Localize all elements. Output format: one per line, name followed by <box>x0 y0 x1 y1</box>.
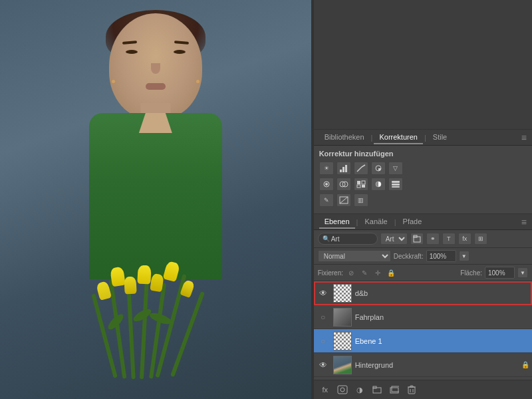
layer-item-hintergrund[interactable]: 👁 Hintergrund 🔒 <box>314 353 532 377</box>
group-bottom-btn[interactable] <box>370 383 384 396</box>
svg-rect-14 <box>392 184 400 186</box>
collapse-layers-panel-btn[interactable]: ≡ <box>521 217 527 227</box>
layer-item-fahrplan[interactable]: ○ Fahrplan <box>314 305 532 329</box>
layer-name-dnb: d&b <box>355 289 529 297</box>
hsl-icon[interactable] <box>336 178 351 191</box>
canvas-preview-area <box>314 0 532 130</box>
adjustment-bottom-btn[interactable]: ◑ <box>352 383 367 396</box>
layer-kind-dropdown[interactable]: Art <box>380 233 408 245</box>
layer-search-box[interactable]: 🔍 <box>318 233 378 245</box>
colorbalance-icon[interactable] <box>354 178 368 191</box>
collapse-top-panel-btn[interactable]: ≡ <box>521 132 527 143</box>
layer-list: 👁 d&b ○ Fahrplan ○ <box>314 281 532 380</box>
svg-point-20 <box>340 388 344 392</box>
bw-icon[interactable] <box>371 178 386 191</box>
fill-lock-row: Fixieren: ⊘ ✎ ✛ 🔒 Fläche: ▼ <box>314 265 532 281</box>
new-group-icon-btn[interactable] <box>410 233 424 245</box>
svg-rect-24 <box>392 386 399 392</box>
canvas-area <box>0 0 311 399</box>
adjustments-panel: Korrektur hinzufügen ☀ <box>314 146 532 214</box>
layers-bottom-bar: fx ◑ <box>314 380 532 399</box>
tulips <box>82 246 215 379</box>
opacity-label: Deckkraft: <box>394 253 424 260</box>
lock-pixels-btn[interactable]: ⊘ <box>346 267 356 278</box>
eye-icon-hintergrund: 👁 <box>319 360 327 370</box>
fx-icon-btn[interactable]: fx <box>458 233 471 245</box>
fx-bottom-btn[interactable]: fx <box>318 383 332 396</box>
lock-all-btn[interactable]: 🔒 <box>386 267 396 278</box>
layer-thumbnail-ebene1 <box>333 332 352 350</box>
fill-label: Fläche: <box>460 269 482 277</box>
lock-move-btn[interactable]: ✛ <box>372 267 383 278</box>
layer-thumbnail-dnb <box>333 284 352 303</box>
svg-rect-13 <box>392 181 400 183</box>
invert-icon[interactable] <box>336 194 351 207</box>
layer-name-ebene1: Ebene 1 <box>355 337 529 345</box>
svg-rect-0 <box>340 170 342 172</box>
link-icon-btn[interactable]: ⚭ <box>426 233 440 245</box>
fixieren-label: Fixieren: <box>318 269 343 277</box>
adjustment-icons-row-1: ☀ ▽ <box>319 162 527 175</box>
fill-decrease-btn[interactable]: ▼ <box>517 267 528 278</box>
smart-icon-btn[interactable]: ⊞ <box>474 233 487 245</box>
svg-rect-9 <box>362 181 365 184</box>
layer-name-fahrplan: Fahrplan <box>355 313 529 321</box>
layers-tab-bar: Ebenen | Kanäle | Pfade ≡ <box>314 214 532 230</box>
layer-thumbnail-fahrplan <box>333 308 352 327</box>
tab-korrekturen[interactable]: Korrekturen <box>374 131 422 144</box>
layer-visibility-dnb[interactable]: 👁 <box>317 287 330 300</box>
tab-ebenen[interactable]: Ebenen <box>319 215 355 229</box>
new-layer-bottom-btn[interactable] <box>387 383 402 396</box>
blend-mode-dropdown[interactable]: Normal <box>318 250 391 262</box>
adjustment-icons-row-2 <box>319 178 527 191</box>
layer-item-dnb[interactable]: 👁 d&b <box>314 281 532 305</box>
vibrance-icon[interactable] <box>319 178 334 191</box>
tab-pfade[interactable]: Pfade <box>398 215 428 229</box>
pencil-icon[interactable]: ✎ <box>319 194 334 207</box>
svg-point-5 <box>325 183 328 186</box>
text-icon-btn[interactable]: T <box>442 233 456 245</box>
opacity-input[interactable] <box>426 250 456 262</box>
delete-layer-bottom-btn[interactable] <box>404 383 419 396</box>
layer-visibility-hintergrund[interactable]: 👁 <box>317 358 330 372</box>
eye-icon-dnb: 👁 <box>319 289 327 298</box>
svg-point-12 <box>376 182 381 187</box>
tab-stile[interactable]: Stile <box>428 131 452 144</box>
layer-item-ebene1[interactable]: ○ Ebene 1 <box>314 329 532 353</box>
layer-visibility-ebene1[interactable]: ○ <box>317 334 330 348</box>
search-icon: 🔍 <box>323 235 330 242</box>
tab-bibliotheken[interactable]: Bibliotheken <box>319 131 370 144</box>
blend-opacity-row: Normal Deckkraft: ▼ <box>314 248 532 265</box>
top-tab-bar: Bibliotheken | Korrekturen | Stile ≡ <box>314 130 532 146</box>
svg-rect-25 <box>408 387 415 394</box>
tab-kanaele[interactable]: Kanäle <box>359 215 392 229</box>
layer-lock-hintergrund: 🔒 <box>521 361 529 368</box>
eye-icon-fahrplan: ○ <box>321 313 325 322</box>
svg-rect-2 <box>345 165 347 172</box>
opacity-decrease-btn[interactable]: ▼ <box>459 251 469 261</box>
layer-search-input[interactable] <box>331 235 371 243</box>
fill-input[interactable] <box>485 267 515 279</box>
adjustments-title: Korrektur hinzufügen <box>319 150 527 158</box>
svg-rect-27 <box>410 386 413 387</box>
curves-icon[interactable] <box>354 162 368 175</box>
photofilt-icon[interactable] <box>388 178 403 191</box>
svg-rect-10 <box>357 185 360 188</box>
exposure-icon[interactable] <box>371 162 386 175</box>
adjustment-icons-row-3: ✎ ▥ <box>319 194 527 207</box>
lock-brush-btn[interactable]: ✎ <box>359 267 370 278</box>
levels-icon[interactable] <box>336 162 351 175</box>
triangle-icon[interactable]: ▽ <box>388 162 403 175</box>
right-panel: Bibliotheken | Korrekturen | Stile ≡ Kor… <box>314 0 532 399</box>
add-mask-bottom-btn[interactable] <box>335 383 350 396</box>
layer-thumbnail-hintergrund <box>333 356 352 374</box>
layers-panel: 🔍 Art ⚭ T fx ⊞ Normal Deckkraft: ▼ <box>314 230 532 399</box>
posterize-icon[interactable]: ▥ <box>354 194 368 207</box>
brightness-icon[interactable]: ☀ <box>319 162 334 175</box>
svg-rect-1 <box>342 167 344 172</box>
layers-toolbar: 🔍 Art ⚭ T fx ⊞ <box>314 230 532 248</box>
svg-rect-8 <box>357 181 360 184</box>
photo-canvas <box>0 0 311 399</box>
svg-rect-19 <box>338 386 347 394</box>
layer-visibility-fahrplan[interactable]: ○ <box>317 311 330 324</box>
